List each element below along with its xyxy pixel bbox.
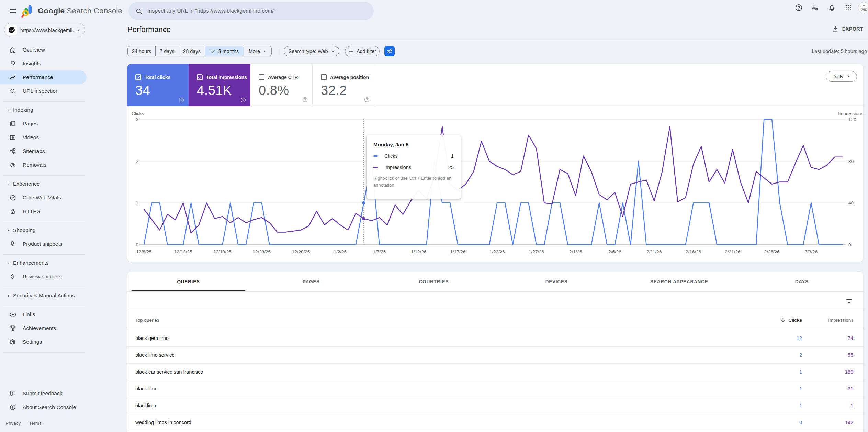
url-inspect-searchbar[interactable] — [128, 2, 374, 20]
layers-icon — [9, 240, 16, 248]
table-row[interactable]: wedding limos in concord0192 — [127, 414, 863, 431]
export-label: EXPORT — [842, 26, 863, 32]
date-range-chip-3-months[interactable]: 3 months — [205, 46, 244, 56]
sidebar-item-label: Overview — [23, 47, 45, 53]
tab-search-appearance[interactable]: SEARCH APPEARANCE — [618, 272, 741, 291]
account-avatar[interactable]: KGEM — [858, 2, 868, 13]
performance-chart[interactable]: ClicksImpressions01230408012012/8/2512/1… — [127, 106, 863, 262]
sidebar-item-settings[interactable]: Settings — [0, 335, 88, 349]
sidebar-item-submit-feedback[interactable]: Submit feedback — [0, 387, 88, 400]
granularity-dropdown[interactable]: Daily — [826, 71, 857, 82]
checkbox-checked-icon[interactable] — [197, 74, 203, 80]
property-selector[interactable]: https://www.blackgemli... — [4, 23, 85, 37]
tab-queries[interactable]: QUERIES — [127, 272, 250, 291]
check-icon — [210, 48, 215, 54]
checkbox-unchecked-icon[interactable] — [259, 74, 264, 80]
main-menu-button[interactable] — [6, 4, 20, 18]
checkbox-checked-icon[interactable] — [135, 74, 141, 80]
sidebar-group-shopping[interactable]: Shopping — [0, 223, 88, 237]
sidebar-item-pages[interactable]: Pages — [0, 117, 88, 131]
tab-devices[interactable]: DEVICES — [495, 272, 618, 291]
impressions-cell: 169 — [845, 369, 853, 375]
sidebar-item-label: Performance — [23, 74, 53, 80]
feedback-icon — [9, 390, 16, 397]
chip-label: 24 hours — [132, 48, 151, 54]
export-button[interactable]: EXPORT — [832, 25, 863, 32]
chevron-down-icon — [331, 49, 335, 53]
sidebar-item-https[interactable]: HTTPS — [0, 204, 88, 218]
column-header-queries[interactable]: Top queries — [135, 317, 159, 322]
sidebar-item-videos[interactable]: Videos — [0, 131, 88, 144]
dimensions-table-card: QUERIESPAGESCOUNTRIESDEVICESSEARCH APPEA… — [127, 272, 863, 432]
trending-up-icon — [9, 74, 16, 81]
sidebar-item-sitemaps[interactable]: Sitemaps — [0, 144, 88, 158]
help-icon[interactable] — [178, 97, 184, 103]
sidebar-item-review-snippets[interactable]: Review snippets — [0, 270, 88, 284]
date-range-chip-7-days[interactable]: 7 days — [156, 46, 179, 56]
sidebar-item-insights[interactable]: Insights — [0, 57, 88, 70]
url-inspect-input[interactable] — [147, 8, 367, 14]
sidebar-group-label: Indexing — [13, 107, 33, 113]
app-logo[interactable]: Google Search Console — [21, 3, 122, 19]
checkbox-unchecked-icon[interactable] — [321, 74, 327, 80]
help-icon[interactable] — [240, 97, 246, 103]
link-icon — [9, 311, 16, 318]
metric-tile-position[interactable]: Average position32.2 — [313, 64, 374, 106]
date-range-chip-more[interactable]: More — [244, 46, 272, 56]
metric-tile-impressions[interactable]: Total impressions4.51K — [189, 64, 250, 106]
google-apps-button[interactable] — [841, 1, 855, 14]
table-toolbar — [127, 292, 863, 310]
user-settings-button[interactable] — [808, 1, 822, 14]
sidebar-item-performance[interactable]: Performance — [0, 70, 87, 84]
impressions-line — [144, 127, 843, 233]
help-icon[interactable] — [302, 97, 308, 103]
layers-icon — [9, 273, 16, 280]
sidebar-item-about-search-console[interactable]: About Search Console — [0, 400, 88, 414]
sidebar-group-enhancements[interactable]: Enhancements — [0, 256, 88, 270]
performance-summary-card: Total clicks34Total impressions4.51KAver… — [127, 64, 863, 262]
sidebar-item-label: URL inspection — [23, 88, 59, 94]
table-row[interactable]: black limo service255 — [127, 347, 863, 364]
sidebar-item-product-snippets[interactable]: Product snippets — [0, 237, 88, 251]
tooltip-series-label: Clicks — [384, 153, 398, 159]
table-filter-button[interactable] — [845, 297, 854, 306]
metric-tile-clicks[interactable]: Total clicks34 — [127, 64, 189, 106]
table-row[interactable]: black gem limo1274 — [127, 330, 863, 347]
filter-toggle-button[interactable] — [384, 46, 395, 56]
date-range-chip-24-hours[interactable]: 24 hours — [127, 46, 156, 56]
tab-days[interactable]: DAYS — [741, 272, 863, 291]
clicks-cell: 2 — [799, 352, 802, 358]
search-icon — [135, 8, 143, 15]
sidebar-item-links[interactable]: Links — [0, 308, 88, 321]
sidebar-item-achievements[interactable]: Achievements — [0, 321, 88, 335]
help-button[interactable] — [792, 1, 805, 14]
sidebar-item-removals[interactable]: Removals — [0, 158, 88, 172]
metric-tile-ctr[interactable]: Average CTR0.8% — [250, 64, 313, 106]
notifications-button[interactable] — [825, 1, 838, 14]
column-header-clicks[interactable]: Clicks — [780, 317, 802, 323]
sidebar-item-overview[interactable]: Overview — [0, 43, 88, 57]
table-row[interactable]: black car service san francisco1169 — [127, 364, 863, 380]
x-axis-tick: 1/17/26 — [450, 249, 466, 254]
sidebar-group-experience[interactable]: Experience — [0, 177, 88, 191]
help-icon[interactable] — [364, 97, 370, 103]
terms-link[interactable]: Terms — [29, 421, 42, 426]
chevron-down-icon — [77, 28, 81, 32]
date-range-chip-28-days[interactable]: 28 days — [179, 46, 205, 56]
download-icon — [832, 25, 839, 32]
search-type-dropdown[interactable]: Search type: Web — [284, 46, 339, 56]
tooltip-series-value: 25 — [448, 165, 454, 170]
sidebar-item-url-inspection[interactable]: URL inspection — [0, 84, 88, 98]
tab-countries[interactable]: COUNTRIES — [372, 272, 495, 291]
table-row[interactable]: blacklimo11 — [127, 397, 863, 414]
tab-pages[interactable]: PAGES — [250, 272, 372, 291]
table-row[interactable]: black limo131 — [127, 380, 863, 397]
sidebar-group-indexing[interactable]: Indexing — [0, 103, 88, 117]
add-filter-button[interactable]: Add filter — [345, 46, 380, 56]
privacy-link[interactable]: Privacy — [5, 421, 21, 426]
sidebar-group-security-and-manual-actions[interactable]: Security & Manual Actions — [0, 289, 88, 302]
column-header-impressions[interactable]: Impressions — [828, 317, 853, 322]
lightbulb-icon — [9, 60, 16, 67]
granularity-label: Daily — [832, 74, 843, 79]
sidebar-item-core-web-vitals[interactable]: Core Web Vitals — [0, 191, 88, 204]
